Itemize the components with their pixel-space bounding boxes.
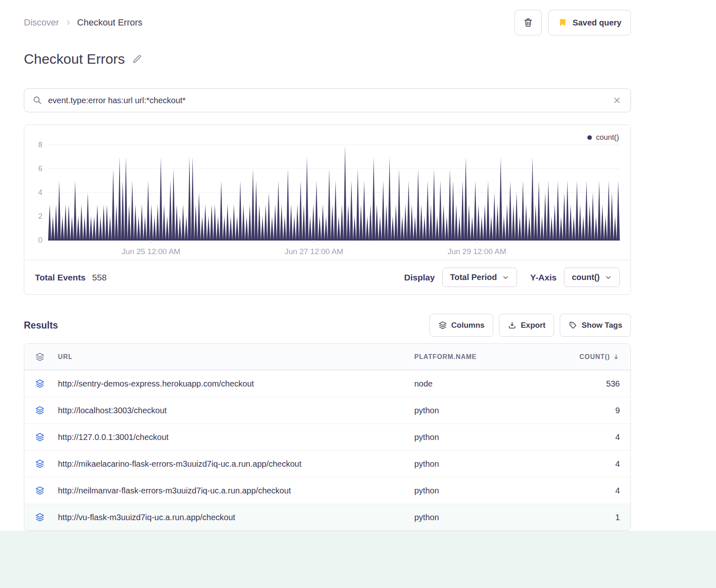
- results-header: Results Columns Export Show Tags: [24, 314, 631, 337]
- total-events-value: 558: [92, 273, 106, 282]
- stack-icon[interactable]: [35, 486, 58, 495]
- count-cell: 4: [554, 459, 620, 469]
- total-events-label: Total Events: [35, 273, 85, 282]
- stack-icon[interactable]: [35, 405, 58, 415]
- chart-legend[interactable]: count(): [587, 133, 619, 142]
- yaxis-label: Y-Axis: [530, 273, 557, 282]
- svg-text:8: 8: [38, 141, 42, 149]
- columns-button[interactable]: Columns: [430, 314, 493, 337]
- chart-panel: count() 02468Jun 25 12:00 AMJun 27 12:00…: [24, 125, 631, 295]
- saved-query-button[interactable]: Saved query: [548, 10, 631, 35]
- clear-search-button[interactable]: [612, 95, 622, 106]
- platform-cell: node: [414, 379, 554, 389]
- results-table: URL PLATFORM.NAME COUNT() http://sentry-…: [24, 343, 631, 531]
- platform-cell: python: [414, 459, 554, 469]
- url-cell[interactable]: http://neilmanvar-flask-errors-m3uuizd7i…: [58, 486, 414, 495]
- svg-text:Jun 25 12:00 AM: Jun 25 12:00 AM: [122, 247, 180, 256]
- count-cell: 4: [554, 433, 620, 442]
- delete-query-button[interactable]: [515, 10, 542, 35]
- url-cell[interactable]: http://localhost:3003/checkout: [58, 406, 414, 415]
- url-cell[interactable]: http://sentry-demos-express.herokuapp.co…: [58, 379, 414, 389]
- search-input[interactable]: [48, 96, 606, 105]
- top-actions: Saved query: [515, 10, 631, 35]
- stack-icon[interactable]: [35, 432, 58, 442]
- top-bar: Discover Checkout Errors: [24, 0, 631, 35]
- bottom-band: [0, 531, 716, 588]
- bookmark-icon: [558, 18, 568, 28]
- table-row[interactable]: http://vu-flask-m3uuizd7iq-uc.a.run.app/…: [24, 504, 631, 530]
- table-row[interactable]: http://sentry-demos-express.herokuapp.co…: [24, 370, 631, 397]
- platform-cell: python: [414, 406, 554, 415]
- breadcrumb: Discover Checkout Errors: [24, 17, 143, 28]
- column-header-count[interactable]: COUNT(): [554, 353, 620, 361]
- export-label: Export: [521, 321, 545, 330]
- page-title: Checkout Errors: [24, 51, 125, 67]
- export-button[interactable]: Export: [499, 314, 554, 337]
- count-header-label: COUNT(): [580, 353, 610, 361]
- chart-controls: Display Total Period Y-Axis count(): [398, 268, 620, 287]
- count-cell: 536: [554, 379, 620, 389]
- search-icon: [32, 95, 42, 105]
- breadcrumb-discover[interactable]: Discover: [24, 17, 59, 28]
- sort-desc-icon: [612, 353, 620, 361]
- header-stack-icon[interactable]: [35, 352, 58, 362]
- stack-icon[interactable]: [35, 512, 58, 522]
- display-value: Total Period: [450, 273, 497, 282]
- chevron-down-icon: [502, 274, 509, 281]
- url-cell[interactable]: http://mikaelacarino-flask-errors-m3uuiz…: [58, 459, 414, 469]
- svg-text:0: 0: [38, 236, 42, 244]
- table-row[interactable]: http://127.0.0.1:3001/checkout python 4: [24, 424, 631, 450]
- search-bar: [24, 88, 631, 112]
- svg-text:2: 2: [38, 212, 42, 220]
- svg-text:6: 6: [38, 164, 42, 173]
- export-download-icon: [508, 321, 517, 330]
- count-cell: 4: [554, 486, 620, 495]
- results-actions: Columns Export Show Tags: [430, 314, 631, 337]
- svg-text:Jun 27 12:00 AM: Jun 27 12:00 AM: [285, 247, 344, 256]
- tag-icon: [568, 321, 577, 330]
- chart-area: count() 02468Jun 25 12:00 AMJun 27 12:00…: [24, 125, 631, 260]
- platform-cell: python: [414, 486, 554, 495]
- count-cell: 9: [554, 406, 620, 415]
- legend-label: count(): [596, 133, 619, 142]
- platform-cell: python: [414, 433, 554, 442]
- display-dropdown[interactable]: Total Period: [442, 268, 517, 287]
- table-header-row: URL PLATFORM.NAME COUNT(): [24, 344, 631, 370]
- page: Discover Checkout Errors: [24, 0, 631, 588]
- chevron-right-icon: [65, 19, 72, 26]
- svg-text:Jun 29 12:00 AM: Jun 29 12:00 AM: [448, 247, 506, 256]
- table-row[interactable]: http://neilmanvar-flask-errors-m3uuizd7i…: [24, 477, 631, 504]
- display-label: Display: [404, 273, 435, 282]
- columns-label: Columns: [451, 321, 485, 330]
- platform-cell: python: [414, 513, 554, 522]
- stack-icon[interactable]: [35, 379, 58, 389]
- trash-icon: [523, 17, 534, 28]
- yaxis-dropdown[interactable]: count(): [564, 268, 620, 287]
- close-icon: [612, 96, 621, 105]
- count-cell: 1: [554, 513, 620, 522]
- legend-dot: [587, 135, 592, 140]
- show-tags-label: Show Tags: [582, 321, 622, 330]
- chart-footer: Total Events 558 Display Total Period Y-…: [24, 260, 631, 294]
- url-cell[interactable]: http://vu-flask-m3uuizd7iq-uc.a.run.app/…: [58, 513, 414, 522]
- title-row: Checkout Errors: [24, 51, 631, 67]
- show-tags-button[interactable]: Show Tags: [560, 314, 631, 337]
- url-cell[interactable]: http://127.0.0.1:3001/checkout: [58, 433, 414, 442]
- column-header-platform[interactable]: PLATFORM.NAME: [414, 353, 554, 361]
- edit-pencil-icon[interactable]: [132, 54, 142, 65]
- stack-icon[interactable]: [35, 459, 58, 469]
- events-chart[interactable]: 02468Jun 25 12:00 AMJun 27 12:00 AMJun 2…: [30, 139, 623, 259]
- table-row[interactable]: http://localhost:3003/checkout python 9: [24, 397, 631, 424]
- table-row[interactable]: http://mikaelacarino-flask-errors-m3uuiz…: [24, 450, 631, 477]
- yaxis-value: count(): [572, 273, 600, 282]
- chevron-down-icon: [605, 274, 612, 281]
- results-title: Results: [24, 320, 58, 331]
- svg-text:4: 4: [38, 188, 42, 197]
- saved-query-label: Saved query: [573, 18, 621, 28]
- total-events: Total Events 558: [35, 273, 106, 282]
- breadcrumb-current: Checkout Errors: [77, 17, 143, 28]
- columns-stack-icon: [438, 321, 447, 330]
- column-header-url[interactable]: URL: [58, 353, 414, 361]
